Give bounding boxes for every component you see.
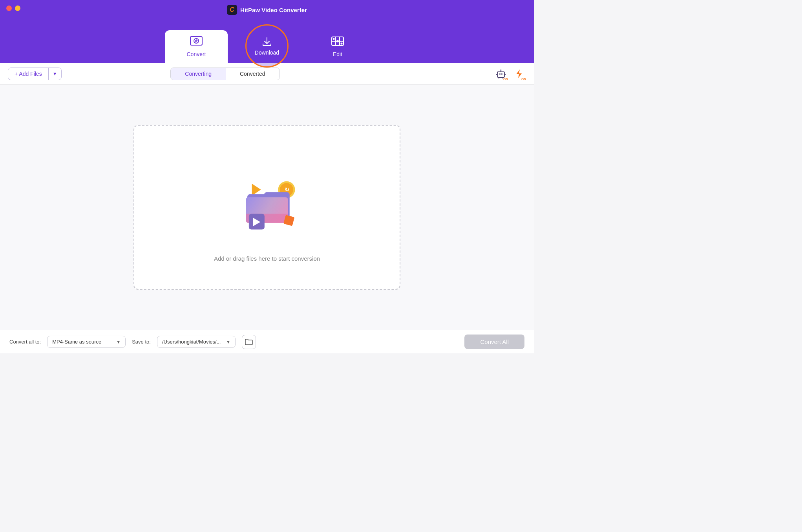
download-tab-label: Download	[255, 49, 279, 56]
converted-tab[interactable]: Converted	[226, 68, 280, 80]
svg-point-8	[341, 43, 343, 45]
add-files-label: + Add Files	[15, 71, 42, 77]
save-path-value: /Users/hongkiat/Movies/...	[162, 339, 223, 345]
convert-all-button[interactable]: Convert All	[464, 335, 524, 349]
open-folder-button[interactable]	[242, 335, 256, 349]
drop-zone-text: Add or drag files here to start conversi…	[214, 255, 320, 262]
title-bar: C HitPaw Video Converter Convert	[0, 0, 534, 63]
format-value: MP4-Same as source	[52, 339, 113, 345]
svg-rect-10	[499, 73, 501, 75]
window-controls	[6, 5, 20, 11]
add-files-dropdown-arrow[interactable]: ▼	[49, 68, 61, 79]
speed-boost-button[interactable]: ON	[512, 67, 526, 81]
drop-zone[interactable]: ↻	[133, 125, 400, 290]
tab-edit-label: Edit	[333, 51, 342, 57]
toolbar-right: ON ON	[494, 67, 526, 81]
minimize-button[interactable]	[15, 5, 20, 11]
download-highlight: Download	[245, 24, 289, 68]
app-title-text: HitPaw Video Converter	[240, 7, 307, 13]
convert-icon	[190, 36, 203, 49]
close-button[interactable]	[6, 5, 12, 11]
converting-switcher: Converting Converted	[170, 68, 280, 80]
ai-on-badge: ON	[503, 77, 508, 81]
nav-tabs: Convert Download	[0, 30, 534, 63]
svg-point-6	[336, 40, 339, 42]
convert-all-to-label: Convert all to:	[9, 339, 41, 345]
add-files-main[interactable]: + Add Files	[8, 68, 49, 80]
svg-marker-18	[252, 183, 261, 196]
tab-convert[interactable]: Convert	[165, 30, 228, 63]
svg-rect-9	[497, 72, 504, 77]
svg-rect-11	[501, 73, 502, 75]
format-select-arrow: ▼	[116, 340, 121, 344]
svg-text:↻: ↻	[285, 186, 289, 193]
app-title: C HitPaw Video Converter	[227, 5, 307, 15]
save-path-select[interactable]: /Users/hongkiat/Movies/... ▼	[157, 336, 236, 348]
save-to-label: Save to:	[132, 339, 151, 345]
speed-on-badge: ON	[521, 77, 526, 81]
save-path-arrow: ▼	[226, 340, 230, 344]
add-files-button[interactable]: + Add Files ▼	[8, 68, 62, 80]
tab-convert-label: Convert	[186, 51, 206, 57]
svg-point-7	[333, 38, 335, 40]
folder-illustration: ↻	[212, 153, 322, 247]
format-select[interactable]: MP4-Same as source ▼	[47, 336, 126, 348]
bottom-bar: Convert all to: MP4-Same as source ▼ Sav…	[0, 330, 534, 353]
edit-icon	[331, 36, 345, 49]
main-content: ↻	[0, 85, 534, 330]
svg-point-13	[501, 69, 502, 71]
tab-edit[interactable]: Edit	[306, 30, 369, 63]
app-icon: C	[227, 5, 237, 15]
ai-enhance-button[interactable]: ON	[494, 67, 508, 81]
tab-download[interactable]: Download	[228, 30, 306, 63]
converting-tab[interactable]: Converting	[171, 68, 226, 80]
